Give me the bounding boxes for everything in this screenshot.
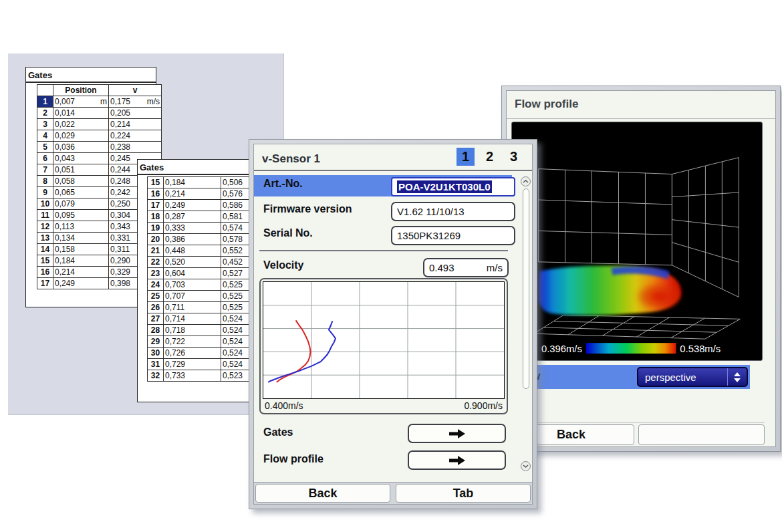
sensor-tab-button[interactable]: Tab (396, 484, 531, 503)
gates-cell: 0,249 (164, 200, 221, 211)
gates-cell: 7 (37, 164, 53, 176)
gates-cell: 0,604 (164, 268, 221, 279)
gates-cell: 3 (37, 119, 53, 130)
gates-cell: 10 (37, 198, 53, 210)
scrollbar-track[interactable] (523, 188, 529, 389)
view-row: View perspective (509, 365, 750, 389)
gates-cell: 0,733 (164, 370, 221, 382)
gates-cell: 18 (148, 211, 164, 223)
gates-cell: 0,022 (53, 119, 109, 130)
chart-grid (263, 282, 504, 398)
velocity-row[interactable]: Velocity 0.493 m/s (254, 257, 512, 275)
firmware-field[interactable]: V1.62 11/10/13 (391, 202, 515, 221)
gates-nav-label: Gates (263, 426, 293, 438)
gates-row[interactable]: 10,007m0,175m/s (37, 96, 162, 108)
gates-cell: 0,158 (53, 244, 109, 255)
gates-cell: 23 (148, 268, 164, 279)
separator (259, 250, 508, 251)
gates-cell: 0,051 (53, 164, 109, 176)
gates-cell: 0,095 (53, 210, 109, 221)
chart-min-label: 0.400m/s (265, 400, 303, 411)
gates-cell: 0,729 (164, 359, 221, 370)
gates-row[interactable]: 40,0290,224 (37, 130, 162, 142)
header-v: v (109, 85, 162, 96)
gates-cell: 0,520 (164, 257, 221, 268)
header-blank-cell (37, 85, 53, 96)
gates-cell: 0,214 (53, 267, 109, 278)
sensor-titlebar: v-Sensor 1 1 2 3 (254, 144, 532, 171)
gates-cell: 0,205 (109, 108, 162, 119)
gates-cell: 15 (148, 177, 164, 188)
serial-row[interactable]: Serial No. 1350PK31269 (254, 225, 512, 245)
gates-cell: 0,707 (164, 291, 221, 302)
gates-cell: 0,722 (164, 336, 221, 348)
sensor-tabs: 1 2 3 (457, 148, 523, 166)
gates-cell: 0,113 (53, 221, 109, 233)
gates-cell: 0,134 (53, 233, 109, 244)
chevron-down-icon (523, 464, 529, 468)
scroll-down-icon[interactable] (521, 461, 531, 471)
tab-2[interactable]: 2 (481, 148, 499, 166)
gates-cell: 28 (148, 325, 164, 336)
scroll-up-icon[interactable] (521, 176, 531, 186)
gates-cell: 2 (37, 108, 53, 119)
velocity-value: 0.493 (429, 262, 454, 273)
artno-field[interactable]: POA-V2U1KT030L0 (391, 177, 515, 196)
chart-max-label: 0.900m/s (464, 400, 503, 411)
artno-value: POA-V2U1KT030L0 (397, 180, 492, 193)
gates-cell: 17 (37, 278, 53, 289)
gates-cell: 0,224 (109, 130, 162, 142)
scale-min-label: 0.396m/s (541, 344, 582, 354)
serial-field[interactable]: 1350PK31269 (391, 226, 515, 245)
chart-axis-labels: 0.400m/s 0.900m/s (263, 399, 505, 413)
artno-row[interactable]: Art.-No. POA-V2U1KT030L0 (254, 175, 512, 196)
gates-cell: 0,333 (164, 223, 221, 234)
chevron-up-icon (523, 180, 529, 183)
gates-cell: 17 (148, 200, 164, 211)
gates-cell: 24 (148, 279, 164, 291)
velocity-field[interactable]: 0.493 m/s (423, 258, 509, 277)
gates-cell: 0,249 (53, 278, 109, 289)
gates-row[interactable]: 30,0220,214 (37, 119, 162, 130)
v-sensor-window: v-Sensor 1 1 2 3 Art.-No. POA-V2U1KT030L… (249, 139, 537, 509)
flow-profile-window: Flow profile (501, 86, 781, 452)
gates-cell: 0,711 (164, 302, 221, 313)
gates-cell: 14 (37, 244, 53, 255)
gates-cell: 29 (148, 336, 164, 348)
profile-curves (268, 320, 336, 382)
flow-empty-button[interactable] (638, 424, 765, 445)
gates-cell: 21 (148, 245, 164, 257)
dropdown-spinner-icon[interactable] (727, 368, 747, 386)
tab-3[interactable]: 3 (505, 148, 523, 166)
tab-1[interactable]: 1 (457, 148, 475, 166)
flow-profile-nav-row: Flow profile (254, 450, 512, 472)
gates-cell: 16 (37, 267, 53, 278)
gates-cell: 0,036 (53, 142, 109, 153)
arrow-right-icon (448, 428, 466, 439)
gates-cell: 0,287 (164, 211, 221, 223)
gates-nav-button[interactable] (408, 424, 506, 443)
gates-cell: 4 (37, 130, 53, 142)
gates-row[interactable]: 50,0360,238 (37, 142, 162, 153)
flow-profile-nav-label: Flow profile (263, 453, 323, 465)
gates-row[interactable]: 20,0140,205 (37, 108, 162, 119)
gates-cell: 30 (148, 348, 164, 359)
firmware-row[interactable]: Firmware version V1.62 11/10/13 (254, 201, 512, 221)
sensor-back-button[interactable]: Back (255, 484, 390, 503)
sensor-title: v-Sensor 1 (262, 152, 320, 166)
chart-plot-area (263, 281, 505, 399)
gates-table-1-header: Position v (37, 85, 162, 96)
velocity-label: Velocity (263, 259, 303, 271)
gates-cell: 0,718 (164, 325, 221, 336)
up-triangle-icon (734, 372, 741, 376)
flow-profile-title: Flow profile (515, 98, 578, 111)
gates-cell: 25 (148, 291, 164, 302)
gates-cell: 26 (148, 302, 164, 313)
gates-cell: 0,007m (53, 96, 109, 108)
gates-cell: 0,065 (53, 187, 109, 198)
flow-profile-nav-button[interactable] (408, 450, 506, 470)
view-dropdown[interactable]: perspective (637, 367, 748, 387)
flow-3d-canvas: 0.396m/s 0.538m/s (512, 122, 761, 359)
gates-nav-row: Gates (254, 424, 512, 445)
header-position: Position (53, 85, 109, 96)
